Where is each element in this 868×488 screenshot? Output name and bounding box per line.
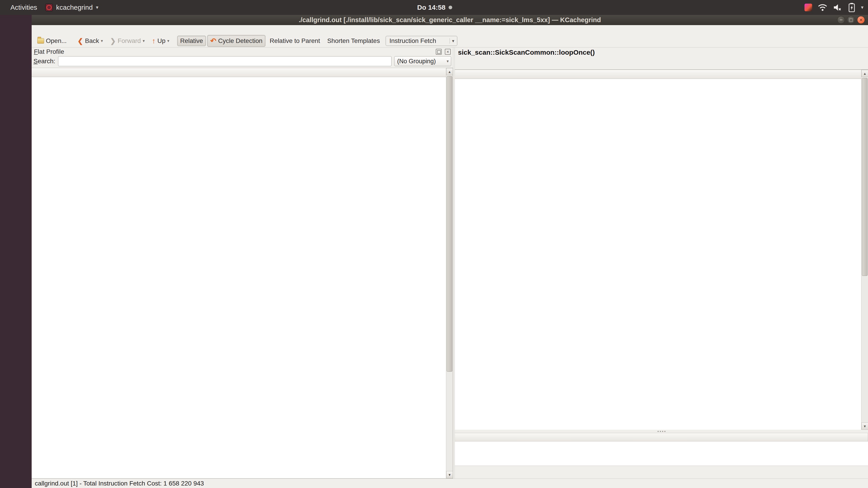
notification-dot-icon [449,6,452,9]
flat-profile-header[interactable] [32,68,453,77]
flat-profile-rows [32,77,453,478]
scroll-thumb[interactable] [447,76,452,372]
toolbar: Open... ❮ Back ▾ ❯ Forward ▾ ↑ Up ▾ Rela… [32,35,868,47]
scroll-thumb[interactable] [862,78,868,276]
app-menu-button[interactable]: kcachegrind ▾ [45,4,98,11]
forward-button[interactable]: ❯ Forward ▾ [107,35,148,46]
cycle-detection-toggle[interactable]: ↶ Cycle Detection [207,35,266,47]
source-scrollbar[interactable]: ▲ ▼ [861,70,868,430]
minimize-button[interactable]: − [837,16,845,24]
shorten-templates-toggle[interactable]: Shorten Templates [324,36,383,46]
chevron-down-icon: ▾ [96,4,98,10]
up-button[interactable]: ↑ Up ▾ [149,35,172,47]
function-detail-pane: sick_scan::SickScanCommon::loopOnce() ▲ … [455,47,868,479]
launcher-dock [0,15,32,488]
app-indicator-icon [804,4,812,11]
close-button[interactable]: × [857,16,865,24]
parts-table-body[interactable] [455,442,868,466]
detail-tabs [455,57,868,70]
maximize-button[interactable]: □ [847,16,855,24]
forward-dropdown-icon[interactable]: ▾ [143,38,145,43]
wifi-icon [818,4,827,11]
flat-profile-table: ▲ ▼ [32,68,453,479]
back-arrow-icon: ❮ [78,37,83,45]
window-title: ./callgrind.out [./install/lib/sick_scan… [299,16,601,24]
source-code-view: ▲ ▼ [455,70,868,430]
search-input[interactable] [58,56,392,66]
system-menu-caret-icon: ▾ [861,4,864,10]
open-folder-icon [37,38,44,43]
forward-arrow-icon: ❯ [110,37,116,45]
clock-label: Do 14:58 [417,4,445,11]
clock-button[interactable]: Do 14:58 [417,0,452,15]
chevron-down-icon: ▾ [447,59,449,64]
status-text: callgrind.out [1] - Total Instruction Fe… [35,480,204,487]
relative-to-parent-toggle[interactable]: Relative to Parent [267,36,323,46]
scroll-down-icon[interactable]: ▼ [446,471,453,478]
scroll-up-icon[interactable]: ▲ [446,68,453,75]
scroll-down-icon[interactable]: ▼ [862,422,868,430]
back-button[interactable]: ❮ Back ▾ [74,35,106,46]
search-label: Search: [33,58,55,65]
kcachegrind-window: ./callgrind.out [./install/lib/sick_scan… [32,15,868,488]
function-title: sick_scan::SickScanCommon::loopOnce() [455,47,868,57]
event-type-select[interactable]: Instruction Fetch ▾ [385,36,457,46]
up-dropdown-icon[interactable]: ▾ [167,38,169,43]
dock-float-button[interactable] [436,49,442,55]
source-rows [455,79,868,430]
kcachegrind-app-icon [45,4,53,11]
battery-icon [848,3,855,12]
gnome-top-bar: Activities kcachegrind ▾ Do 14:58 [0,0,868,15]
bottom-tabs [455,466,868,479]
relative-toggle[interactable]: Relative [177,36,206,46]
up-arrow-icon: ↑ [152,37,156,45]
titlebar[interactable]: ./callgrind.out [./install/lib/sick_scan… [32,15,868,25]
flat-profile-scrollbar[interactable]: ▲ ▼ [446,68,453,478]
panel-splitter-vertical[interactable] [453,47,455,479]
parts-table-header[interactable] [455,433,868,442]
dock-close-button[interactable]: × [445,49,451,55]
cycle-arrow-icon: ↶ [210,37,216,45]
panel-splitter-horizontal[interactable] [455,430,868,433]
source-header[interactable] [455,70,868,79]
status-bar: callgrind.out [1] - Total Instruction Fe… [32,479,868,488]
menu-bar [32,25,868,35]
chevron-down-icon: ▾ [450,38,454,43]
grouping-select[interactable]: (No Grouping) ▾ [394,56,451,66]
flat-profile-dock: Flat Profile × Search: (No Grouping) ▾ [32,47,453,479]
app-menu-label: kcachegrind [56,4,93,11]
scroll-up-icon[interactable]: ▲ [862,70,868,77]
activities-button[interactable]: Activities [10,4,37,11]
desktop: Activities kcachegrind ▾ Do 14:58 [0,0,868,488]
volume-muted-icon [833,3,842,11]
back-dropdown-icon[interactable]: ▾ [101,38,103,43]
open-button[interactable]: Open... [34,36,70,46]
system-tray[interactable]: ▾ [804,0,864,15]
flat-profile-title: Flat Profile [34,48,64,55]
